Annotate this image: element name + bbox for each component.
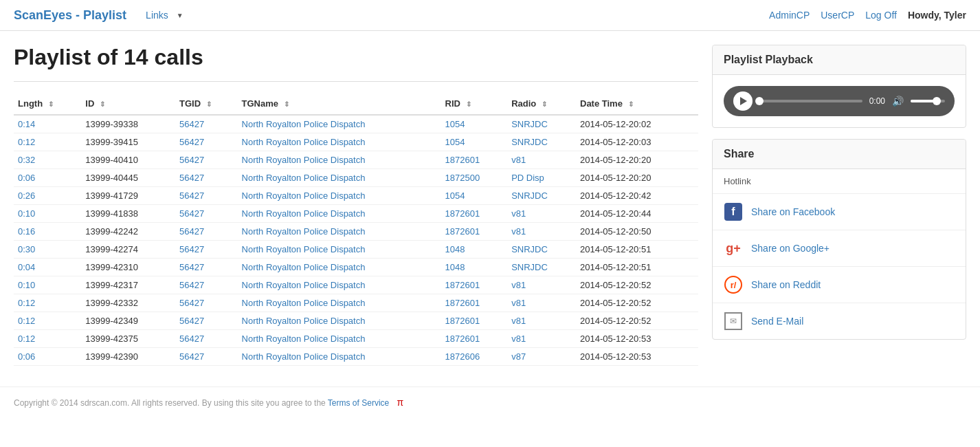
play-icon <box>740 97 747 105</box>
col-id[interactable]: ID ⇕ <box>81 93 175 115</box>
volume-icon: 🔊 <box>892 96 904 107</box>
brand-highlight: Playlist <box>83 8 126 22</box>
reddit-link[interactable]: Share on Reddit <box>751 279 821 290</box>
table-header: Lngth ⇕ ID ⇕ TGID ⇕ TGName ⇕ RID ⇕ Radio… <box>14 93 698 115</box>
col-rid[interactable]: RID ⇕ <box>441 93 508 115</box>
reddit-icon: r/ <box>724 275 743 294</box>
col-datetime[interactable]: Date Time ⇕ <box>576 93 698 115</box>
calls-table: Lngth ⇕ ID ⇕ TGID ⇕ TGName ⇕ RID ⇕ Radio… <box>14 93 698 366</box>
page-title: Playlist of 14 calls <box>14 45 698 70</box>
brand-link[interactable]: ScanEyes - Playlist <box>14 8 126 23</box>
table-row: 0:1213999-4234956427North Royalton Polic… <box>14 312 698 330</box>
table-row: 0:1613999-4224256427North Royalton Polic… <box>14 223 698 241</box>
share-googleplus-row[interactable]: g+ Share on Google+ <box>713 230 966 267</box>
table-row: 0:3013999-4227456427North Royalton Polic… <box>14 241 698 259</box>
table-body: 0:1413999-3933856427North Royalton Polic… <box>14 115 698 366</box>
share-panel-body: Hotlink f Share on Facebook g+ Share on … <box>713 169 966 339</box>
email-symbol: ✉ <box>730 316 737 326</box>
footer: Copyright © 2014 sdrscan.com. All rights… <box>0 386 980 417</box>
googleplus-link[interactable]: Share on Google+ <box>751 243 829 254</box>
howdy-text: Howdy, Tyler <box>908 10 966 21</box>
table-row: 0:1013999-4231756427North Royalton Polic… <box>14 276 698 294</box>
volume-knob[interactable] <box>933 97 941 105</box>
email-envelope-icon: ✉ <box>724 312 742 330</box>
dropdown-arrow-icon: ▼ <box>177 12 183 19</box>
facebook-link[interactable]: Share on Facebook <box>751 206 835 217</box>
table-row: 0:3213999-4041056427North Royalton Polic… <box>14 151 698 169</box>
play-button[interactable] <box>733 91 753 111</box>
table-row: 0:0413999-4231056427North Royalton Polic… <box>14 259 698 276</box>
navbar-left: ScanEyes - Playlist Links ▼ <box>14 7 183 23</box>
admin-cp-link[interactable]: AdminCP <box>769 10 810 21</box>
col-tgid[interactable]: TGID ⇕ <box>175 93 238 115</box>
right-pane: Playlist Playback 0:00 🔊 <box>712 45 966 366</box>
email-link[interactable]: Send E-Mail <box>751 316 803 327</box>
sort-icon-length: ⇕ <box>48 100 54 108</box>
divider <box>14 81 698 82</box>
sort-icon-radio: ⇕ <box>542 100 547 108</box>
sort-icon-datetime: ⇕ <box>628 100 634 108</box>
navbar-right: AdminCP UserCP Log Off Howdy, Tyler <box>769 10 966 21</box>
time-display: 0:00 <box>869 96 885 106</box>
navbar-links: Links ▼ <box>140 7 183 23</box>
gplus-g-icon: g+ <box>726 241 741 256</box>
progress-bar[interactable] <box>759 100 862 102</box>
progress-knob[interactable] <box>755 97 764 105</box>
share-panel: Share Hotlink f Share on Facebook g+ Sha… <box>712 139 966 340</box>
audio-player: 0:00 🔊 <box>724 86 955 116</box>
hotlink-row: Hotlink <box>713 169 966 194</box>
log-off-link[interactable]: Log Off <box>865 10 897 21</box>
table-row: 0:0613999-4044556427North Royalton Polic… <box>14 169 698 187</box>
table-row: 0:1213999-3941556427North Royalton Polic… <box>14 133 698 151</box>
pi-symbol: π <box>397 397 404 408</box>
sort-icon-tgname: ⇕ <box>284 100 289 108</box>
footer-text: Copyright © 2014 sdrscan.com. All rights… <box>14 398 328 408</box>
main-content: Playlist of 14 calls Lngth ⇕ ID ⇕ TGID ⇕… <box>0 31 980 380</box>
table-row: 0:1013999-4183856427North Royalton Polic… <box>14 205 698 223</box>
table-row: 0:1213999-4233256427North Royalton Polic… <box>14 294 698 312</box>
reddit-circle-icon: r/ <box>724 276 742 294</box>
playback-panel-body: 0:00 🔊 <box>713 75 966 127</box>
table-row: 0:1413999-3933856427North Royalton Polic… <box>14 115 698 133</box>
col-tgname[interactable]: TGName ⇕ <box>238 93 441 115</box>
table-row: 0:2613999-4172956427North Royalton Polic… <box>14 187 698 205</box>
brand-prefix: ScanEyes - <box>14 8 83 22</box>
share-facebook-row[interactable]: f Share on Facebook <box>713 194 966 230</box>
volume-bar[interactable] <box>911 100 945 102</box>
sort-icon-id: ⇕ <box>100 100 105 108</box>
facebook-f-icon: f <box>724 203 742 221</box>
facebook-icon: f <box>724 202 743 221</box>
table-row: 0:1213999-4237556427North Royalton Polic… <box>14 330 698 348</box>
table-row: 0:0613999-4239056427North Royalton Polic… <box>14 348 698 366</box>
googleplus-icon: g+ <box>724 239 743 258</box>
playback-panel-header: Playlist Playback <box>713 45 966 75</box>
playback-panel: Playlist Playback 0:00 🔊 <box>712 45 966 128</box>
left-pane: Playlist of 14 calls Lngth ⇕ ID ⇕ TGID ⇕… <box>14 45 698 366</box>
tos-link[interactable]: Terms of Service <box>328 398 389 408</box>
share-email-row[interactable]: ✉ Send E-Mail <box>713 303 966 339</box>
links-menu[interactable]: Links <box>140 7 174 23</box>
email-icon: ✉ <box>724 312 743 331</box>
user-cp-link[interactable]: UserCP <box>821 10 854 21</box>
share-panel-header: Share <box>713 140 966 169</box>
sort-icon-rid: ⇕ <box>466 100 471 108</box>
sort-icon-tgid: ⇕ <box>206 100 212 108</box>
col-radio[interactable]: Radio ⇕ <box>507 93 576 115</box>
share-reddit-row[interactable]: r/ Share on Reddit <box>713 267 966 303</box>
navbar: ScanEyes - Playlist Links ▼ AdminCP User… <box>0 0 980 31</box>
reddit-r-icon: r/ <box>731 280 737 290</box>
col-length[interactable]: Lngth ⇕ <box>14 93 81 115</box>
